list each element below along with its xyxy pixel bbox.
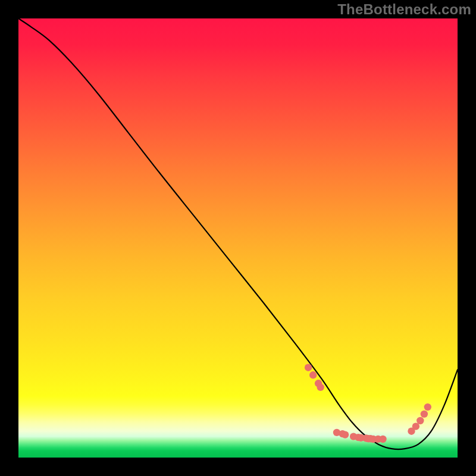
watermark-text: TheBottleneck.com [337,1,471,18]
marker-dot [424,403,431,411]
plot-area [18,18,458,458]
marker-dots [305,364,431,443]
marker-dot [379,436,386,443]
marker-dot [416,417,424,424]
marker-dot [421,411,428,418]
marker-dot [317,384,324,391]
marker-dot [309,371,317,378]
marker-dot [342,431,349,438]
chart-frame: TheBottleneck.com [0,0,476,476]
bottleneck-curve [18,18,458,449]
marker-dot [305,364,312,371]
curve-layer [18,18,458,458]
